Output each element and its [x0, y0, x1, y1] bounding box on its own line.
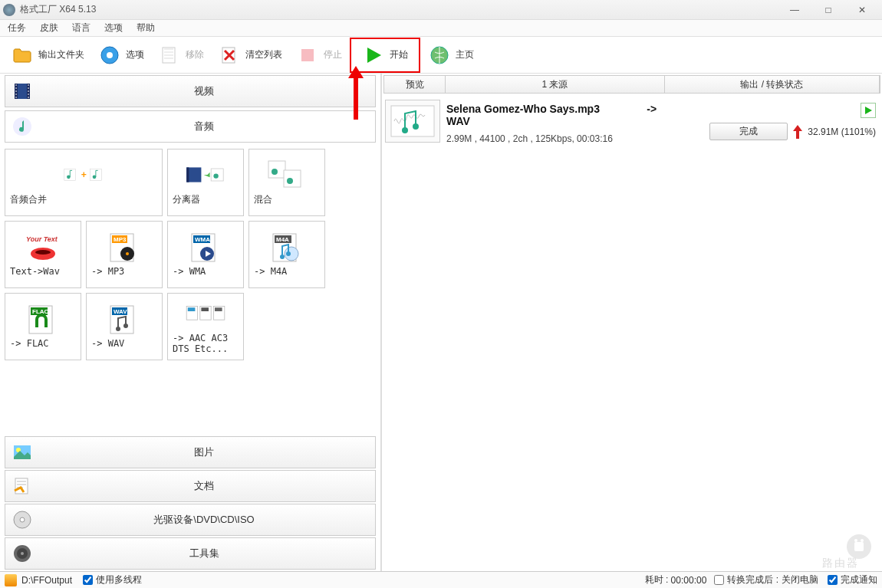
clear-icon	[218, 44, 241, 67]
list-header: 预览 1 来源 输出 / 转换状态	[383, 75, 880, 94]
statusbar: D:\FFOutput 使用多线程 耗时 : 00:00:00 转换完成后 : …	[0, 571, 882, 588]
item-status: 完成 32.91M (1101%)	[672, 100, 879, 143]
minimize-button[interactable]: —	[778, 2, 811, 18]
svg-point-61	[21, 552, 24, 555]
start-button[interactable]: 开始	[350, 38, 420, 73]
list-item[interactable]: Selena Gomez-Who Says.mp3 -> WAV 2.99M ,…	[382, 95, 882, 152]
maximize-button[interactable]: □	[811, 2, 845, 18]
start-icon	[362, 44, 385, 67]
item-meta: 2.99M , 44100 , 2ch , 125Kbps, 00:03:16	[446, 133, 672, 144]
svg-point-63	[402, 127, 408, 133]
image-icon	[12, 442, 33, 463]
category-audio[interactable]: 音频	[5, 110, 376, 143]
mix-icon	[265, 158, 308, 192]
svg-point-47	[123, 324, 128, 328]
menu-help[interactable]: 帮助	[137, 21, 155, 34]
menu-options[interactable]: 选项	[104, 21, 123, 34]
svg-rect-53	[215, 307, 222, 311]
disc-icon	[12, 509, 33, 531]
output-folder-button[interactable]: 输出文件夹	[5, 41, 91, 70]
options-label: 选项	[126, 48, 144, 61]
category-video[interactable]: 视频	[5, 75, 376, 107]
category-document[interactable]: 文档	[5, 470, 376, 502]
status-done-button[interactable]: 完成	[709, 123, 788, 140]
notify-checkbox[interactable]: 完成通知	[828, 573, 877, 586]
close-button[interactable]: ✕	[845, 2, 879, 18]
category-dvd-label: 光驱设备\DVD\CD\ISO	[39, 513, 369, 527]
svg-point-21	[287, 178, 293, 184]
category-dvd[interactable]: 光驱设备\DVD\CD\ISO	[5, 504, 376, 536]
notify-input[interactable]	[828, 575, 838, 585]
stop-button[interactable]: 停止	[290, 41, 348, 70]
menu-language[interactable]: 语言	[72, 21, 91, 34]
tile-text2wav-label: Text->Wav	[7, 264, 79, 278]
splitter-icon	[184, 158, 227, 192]
tile-aac-etc[interactable]: -> AAC AC3 DTS Etc...	[167, 293, 244, 360]
tile-audio-merge[interactable]: + 音频合并	[5, 149, 163, 216]
flac-icon: FLAC	[21, 303, 64, 337]
tile-m4a[interactable]: M4A -> M4A	[248, 221, 325, 288]
clear-list-button[interactable]: 清空列表	[212, 41, 288, 70]
category-audio-label: 音频	[39, 120, 369, 133]
menu-task[interactable]: 任务	[8, 21, 26, 34]
wav-icon: WAV	[103, 303, 146, 337]
remove-button[interactable]: 移除	[152, 41, 210, 70]
start-label: 开始	[390, 48, 408, 61]
item-filename: Selena Gomez-Who Says.mp3	[446, 103, 638, 115]
category-tools-label: 工具集	[39, 547, 369, 560]
tile-flac[interactable]: FLAC -> FLAC	[5, 293, 81, 360]
svg-text:MP3: MP3	[114, 236, 127, 243]
category-image[interactable]: 图片	[5, 436, 376, 468]
svg-rect-56	[15, 478, 28, 494]
after-convert-checkbox[interactable]: 转换完成后 : 关闭电脑	[714, 573, 818, 586]
folder-small-icon[interactable]	[5, 574, 17, 586]
tile-aac-label: -> AAC AC3 DTS Etc...	[169, 331, 242, 356]
svg-point-46	[116, 327, 120, 331]
document-icon	[12, 475, 33, 497]
category-tools[interactable]: 工具集	[5, 537, 376, 570]
remove-label: 移除	[186, 48, 204, 61]
options-button[interactable]: 选项	[92, 41, 150, 70]
svg-rect-20	[284, 170, 301, 187]
tile-mix-label: 混合	[251, 192, 323, 208]
svg-text:WMA: WMA	[195, 236, 210, 243]
after-convert-input[interactable]	[714, 575, 724, 585]
elapsed-label: 耗时 :	[645, 573, 669, 586]
after-convert-label: 转换完成后 :	[727, 573, 778, 586]
svg-text:Your Text: Your Text	[26, 235, 58, 243]
item-play-button[interactable]	[861, 103, 876, 118]
m4a-icon: M4A	[265, 231, 308, 264]
tile-mp3[interactable]: MP3 -> MP3	[86, 221, 163, 288]
tile-m4a-label: -> M4A	[251, 264, 323, 278]
tile-mix[interactable]: 混合	[248, 149, 325, 216]
svg-point-17	[213, 173, 218, 178]
svg-point-38	[280, 255, 285, 259]
svg-text:M4A: M4A	[276, 236, 289, 243]
header-source[interactable]: 1 来源	[446, 76, 665, 93]
toolbar: 输出文件夹 选项 移除 清空列表 停止 开始 主页	[0, 37, 882, 74]
svg-point-29	[126, 252, 129, 255]
notify-label: 完成通知	[841, 573, 877, 586]
left-pane: 视频 音频 +	[0, 74, 382, 571]
menu-skin[interactable]: 皮肤	[40, 21, 58, 34]
remove-icon	[158, 44, 181, 67]
category-video-label: 视频	[39, 84, 369, 98]
category-image-label: 图片	[39, 445, 369, 459]
output-path[interactable]: D:\FFOutput	[21, 575, 72, 586]
tile-flac-label: -> FLAC	[7, 337, 79, 350]
home-button[interactable]: 主页	[422, 41, 480, 70]
item-size-info: 32.91M (1101%)	[808, 126, 876, 137]
output-folder-label: 输出文件夹	[38, 48, 84, 61]
multithread-checkbox[interactable]: 使用多线程	[83, 573, 142, 586]
svg-rect-15	[186, 167, 189, 182]
tile-wma[interactable]: WMA -> WMA	[167, 221, 244, 288]
svg-rect-51	[201, 307, 209, 311]
tile-text2wav[interactable]: Your Text Text->Wav	[5, 221, 81, 288]
tile-wav[interactable]: WAV -> WAV	[86, 293, 163, 360]
right-pane: 预览 1 来源 输出 / 转换状态 Selena Gomez-Who Says.…	[382, 74, 882, 571]
item-info: Selena Gomez-Who Says.mp3 -> WAV 2.99M ,…	[446, 100, 672, 147]
header-preview[interactable]: 预览	[384, 76, 446, 93]
multithread-input[interactable]	[83, 575, 93, 585]
tile-splitter[interactable]: 分离器	[167, 149, 244, 216]
header-status[interactable]: 输出 / 转换状态	[665, 76, 880, 93]
